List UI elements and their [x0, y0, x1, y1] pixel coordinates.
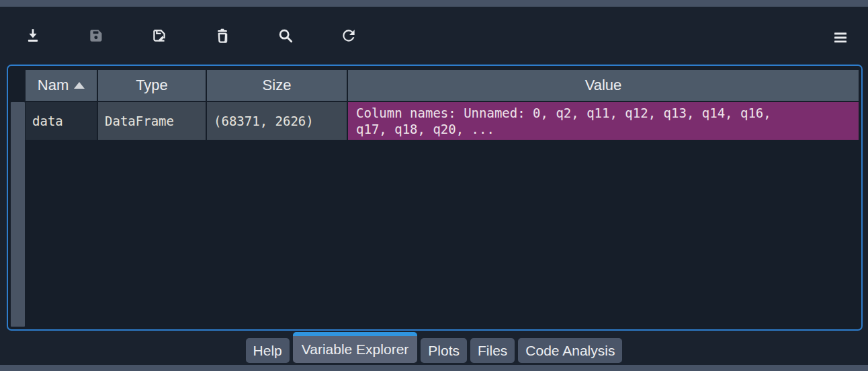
- variable-type-cell: DataFrame: [98, 102, 206, 140]
- row-header-strip: [11, 102, 25, 327]
- options-menu-button[interactable]: [831, 30, 850, 46]
- toolbar: [0, 7, 868, 65]
- save-as-icon: [150, 27, 168, 44]
- column-header-name[interactable]: Nam: [26, 70, 97, 101]
- column-header-name-label: Nam: [38, 77, 69, 94]
- variable-size-cell: (68371, 2626): [207, 102, 347, 140]
- search-button[interactable]: [277, 27, 294, 44]
- sort-ascending-icon: [74, 82, 85, 89]
- column-header-type[interactable]: Type: [98, 70, 206, 101]
- variable-name-cell[interactable]: data: [26, 102, 97, 140]
- column-header-size[interactable]: Size: [207, 70, 347, 101]
- tab-files[interactable]: Files: [470, 338, 515, 363]
- tab-help[interactable]: Help: [246, 338, 290, 363]
- remove-variable-button[interactable]: [214, 27, 231, 44]
- variable-value-text: Column names: Unnamed: 0, q2, q11, q12, …: [356, 105, 786, 137]
- import-data-button[interactable]: [24, 27, 42, 44]
- save-data-button: [87, 27, 105, 44]
- pane-tab-bar: Help Variable Explorer Plots Files Code …: [0, 332, 868, 363]
- variables-table: Nam Type Size Value data DataFrame (6837…: [26, 70, 859, 140]
- variable-explorer-panel: Nam Type Size Value data DataFrame (6837…: [7, 65, 863, 331]
- save-data-as-button[interactable]: [150, 27, 168, 44]
- refresh-icon: [340, 27, 357, 44]
- window-chrome-top: [0, 0, 868, 7]
- tab-code-analysis[interactable]: Code Analysis: [518, 338, 622, 363]
- save-icon: [87, 27, 105, 44]
- refresh-button[interactable]: [340, 27, 357, 44]
- tab-plots[interactable]: Plots: [421, 338, 467, 363]
- download-icon: [24, 27, 42, 44]
- window-chrome-bottom: [0, 365, 868, 371]
- tab-variable-explorer[interactable]: Variable Explorer: [293, 332, 418, 363]
- column-header-value[interactable]: Value: [348, 70, 859, 101]
- trash-icon: [214, 27, 231, 44]
- search-icon: [277, 27, 294, 44]
- hamburger-icon: [831, 30, 850, 46]
- table-header-row: Nam Type Size Value: [26, 70, 859, 101]
- table-row: data DataFrame (68371, 2626) Column name…: [26, 102, 859, 140]
- variable-value-cell[interactable]: Column names: Unnamed: 0, q2, q11, q12, …: [348, 102, 859, 140]
